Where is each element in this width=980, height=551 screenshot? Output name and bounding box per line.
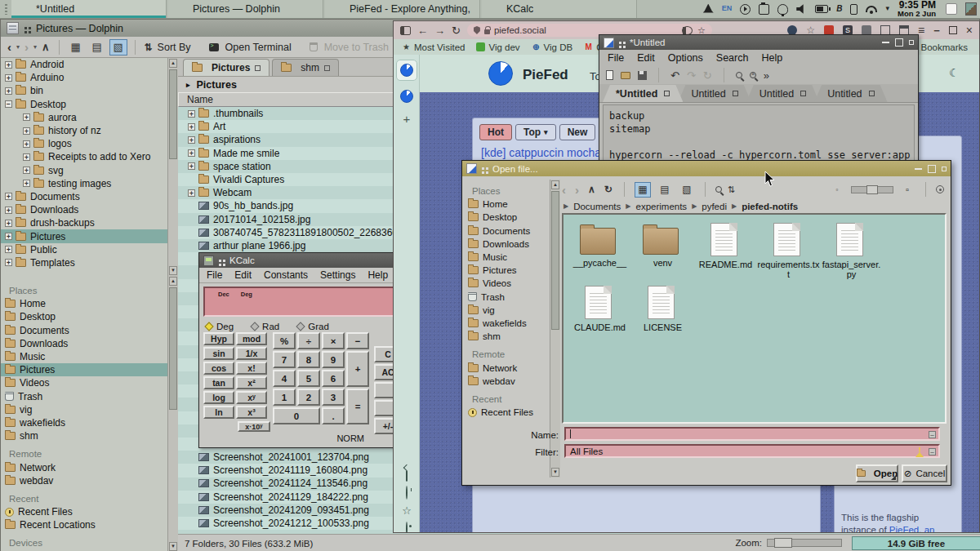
tree-expander-icon[interactable]: +	[5, 74, 12, 82]
piefed-brand[interactable]: PieFed	[523, 67, 568, 83]
tree-expander-icon[interactable]: +	[23, 127, 30, 135]
media-player-icon[interactable]	[740, 4, 751, 15]
kcalc-pad-button[interactable]: ×	[322, 332, 345, 349]
tree-expander-icon[interactable]: +	[5, 259, 12, 266]
device-icon[interactable]	[850, 4, 858, 15]
up-button[interactable]: ∧	[586, 184, 597, 195]
tree-expander-icon[interactable]: +	[23, 180, 30, 187]
new-tab-button[interactable]: +	[394, 112, 420, 126]
sort-icon[interactable]: ⇅	[728, 184, 735, 195]
kcalc-function-button[interactable]: log	[203, 391, 234, 404]
places-item[interactable]: Recent Locations	[1, 518, 167, 531]
sidebar-toggle-icon[interactable]	[400, 26, 411, 35]
bookmark-item[interactable]: Vig dev	[476, 42, 519, 52]
folder-tree-item[interactable]: + Public	[1, 243, 167, 256]
folder-tree-item[interactable]: + testing images	[1, 177, 167, 190]
tree-expander-icon[interactable]: +	[188, 110, 195, 118]
scroll-up-icon[interactable]: ▲	[169, 277, 177, 286]
piefed-logo[interactable]	[488, 61, 513, 86]
window-menu-icon[interactable]	[619, 42, 621, 44]
tree-expander-icon[interactable]: +	[5, 220, 12, 227]
permissions-icon[interactable]	[682, 26, 693, 35]
editor-tab[interactable]: Untitled	[814, 85, 887, 102]
angle-mode-radio[interactable]: Grad	[297, 322, 329, 331]
tab-close-icon[interactable]	[800, 91, 806, 96]
places-item[interactable]: Music	[1, 350, 167, 363]
forward-button[interactable]: ›	[23, 40, 30, 54]
places-item[interactable]: Trash	[1, 390, 167, 403]
places-item[interactable]: Recent Files	[466, 406, 550, 419]
browser-close-button[interactable]: ×	[966, 24, 973, 37]
places-panel-scrollbar[interactable]: ▲ ▼	[167, 276, 178, 551]
undo-icon[interactable]: ↶	[670, 69, 679, 82]
folder-tree-item[interactable]: + aurora	[1, 111, 167, 124]
bookmarks-sidebar-icon[interactable]: ☆	[401, 505, 412, 517]
save-icon[interactable]	[638, 71, 647, 80]
kcalc-pad-button[interactable]: 9	[322, 351, 345, 368]
window-menu-icon[interactable]	[219, 260, 221, 262]
sort-by-button[interactable]: Sort By	[158, 42, 191, 53]
places-item[interactable]: webdav	[1, 474, 167, 487]
taskbar-window-tab[interactable]: Pictures — Dolphin	[168, 0, 323, 18]
places-item[interactable]: Recent	[466, 393, 550, 406]
night-color-icon[interactable]	[777, 4, 788, 15]
places-item[interactable]: Recent	[1, 492, 167, 505]
places-item[interactable]: Videos	[466, 277, 550, 290]
featherpad-titlebar[interactable]: *Untitled	[599, 35, 918, 50]
kcalc-pad-button[interactable]: 2	[297, 389, 320, 406]
browser-maximize-button[interactable]	[949, 26, 957, 34]
folder-tree-item[interactable]: + logos	[1, 137, 167, 150]
dialog-file-item[interactable]: __pycache__	[568, 221, 631, 279]
kcalc-pad-button[interactable]: =	[346, 389, 369, 424]
new-document-icon[interactable]	[606, 70, 613, 80]
browser-reload-button[interactable]: ↻	[452, 24, 461, 37]
kcalc-pad-button[interactable]: %	[273, 332, 296, 349]
details-view-button[interactable]: ▧	[679, 182, 695, 198]
kcalc-function-button[interactable]: tan	[203, 376, 234, 389]
taskbar-window-tab[interactable]: *Untitled	[11, 0, 167, 18]
forward-button[interactable]: ›	[573, 183, 581, 197]
places-item[interactable]: wakefields	[1, 416, 167, 429]
tab-close-icon[interactable]	[733, 91, 738, 96]
sort-option-button[interactable]: Top	[515, 124, 556, 140]
dialog-file-item[interactable]: fastapi_server.py	[820, 221, 883, 279]
places-item[interactable]: Desktop	[466, 211, 550, 224]
settings-gear-icon[interactable]	[401, 523, 412, 533]
kcalc-function-button[interactable]: sin	[203, 347, 234, 360]
browser-tab[interactable]	[396, 86, 417, 107]
places-item[interactable]: Downloads	[466, 238, 550, 251]
menu-item[interactable]: Search	[716, 52, 749, 64]
kcalc-exponent-button[interactable]: x·10ʸ	[238, 421, 270, 432]
places-item[interactable]: Places	[466, 184, 550, 198]
browser-minimize-button[interactable]: −	[933, 24, 940, 37]
tab-close-icon[interactable]	[664, 91, 670, 96]
tree-expander-icon[interactable]: −	[5, 100, 12, 108]
open-file-icon[interactable]	[621, 72, 630, 79]
zoom-out-icon[interactable]: ▫	[829, 182, 845, 198]
bookmark-item[interactable]: Vig DB	[532, 42, 573, 52]
folder-tree-item[interactable]: + Downloads	[1, 203, 167, 216]
bookmark-item[interactable]: Most Visited	[402, 42, 465, 52]
kcalc-pad-button[interactable]: 6	[322, 370, 345, 387]
places-item[interactable]: Music	[466, 251, 550, 264]
folder-tree-item[interactable]: + Documents	[1, 190, 167, 203]
angle-mode-radio[interactable]: Rad	[252, 322, 279, 331]
angle-mode-radio[interactable]: Deg	[206, 322, 234, 331]
places-item[interactable]: Trash	[466, 291, 550, 304]
pager-widget[interactable]	[965, 2, 977, 16]
menu-item[interactable]: Edit	[637, 52, 655, 64]
collapse-arrow-icon[interactable]: ▸	[186, 81, 190, 89]
taskbar-drag-handle[interactable]	[0, 0, 11, 18]
filter-search-icon[interactable]	[715, 186, 722, 193]
tree-expander-icon[interactable]: +	[188, 149, 195, 157]
back-button[interactable]: ‹	[560, 183, 568, 197]
editor-tab[interactable]: Untitled	[746, 85, 819, 102]
menu-item[interactable]: Options	[668, 52, 703, 64]
places-item[interactable]: Pictures	[466, 264, 550, 277]
wifi-icon[interactable]	[866, 6, 877, 12]
kcalc-pad-button[interactable]: −	[346, 332, 369, 349]
compact-view-button[interactable]: ▤	[88, 39, 106, 56]
close-icon[interactable]	[942, 167, 947, 171]
zoom-in-icon[interactable]: ▫	[899, 182, 915, 198]
tracking-shield-icon[interactable]	[474, 26, 480, 34]
